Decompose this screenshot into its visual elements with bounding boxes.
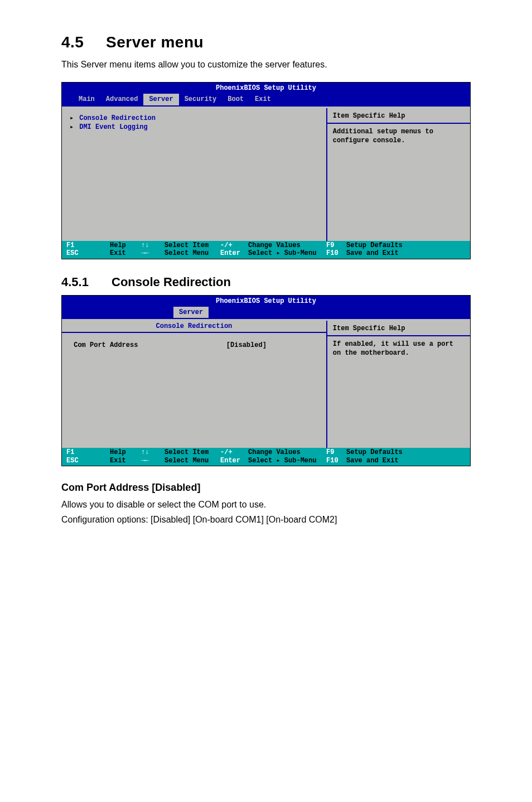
bios-footer: F1 ESC Help Exit ↑↓ →← Select Item Selec… — [62, 241, 470, 259]
label-setup-defaults: Setup Defaults — [346, 241, 403, 249]
menu-item-dmi-event-logging[interactable]: ▸ DMI Event Logging — [70, 123, 321, 132]
tab-exit[interactable]: Exit — [249, 94, 277, 105]
help-text: If enabled, it will use a port on the mo… — [333, 340, 465, 357]
subsection-heading: 4.5.1Console Redirection — [61, 275, 471, 289]
bios-screen-server: PhoenixBIOS Setup Utility Main Advanced … — [61, 82, 471, 259]
bios-screen-console-redirection: PhoenixBIOS Setup Utility Server Console… — [61, 295, 471, 467]
key-enter: Enter — [220, 249, 240, 257]
key-f1: F1 — [66, 241, 74, 249]
bios-title: PhoenixBIOS Setup Utility — [62, 296, 470, 307]
label-save-exit: Save and Exit — [346, 457, 399, 465]
bios-help-panel: Item Specific Help Additional setup menu… — [327, 108, 470, 241]
help-text: Additional setup menus to configure cons… — [333, 127, 465, 145]
key-minusplus: -/+ — [220, 448, 233, 456]
section-number: 4.5 — [61, 33, 106, 51]
label-help: Help — [110, 448, 126, 456]
label-save-exit: Save and Exit — [346, 249, 399, 257]
section-heading: 4.5Server menu — [61, 33, 471, 51]
key-f9: F9 — [326, 448, 334, 456]
section-title-text: Server menu — [106, 33, 204, 51]
label-select-item: Select Item — [165, 448, 209, 456]
bios-title: PhoenixBIOS Setup Utility — [62, 83, 470, 94]
help-title: Item Specific Help — [333, 112, 465, 120]
key-minusplus: -/+ — [220, 241, 233, 249]
param-desc-2: Configuration options: [Disabled] [On-bo… — [61, 513, 471, 526]
label-setup-defaults: Setup Defaults — [346, 448, 403, 456]
label-select-sub: Select ▸ Sub-Menu — [248, 457, 316, 465]
label-exit: Exit — [110, 249, 126, 257]
key-updown: ↑↓ — [141, 448, 149, 456]
bios-tabs: Main Advanced Server Security Boot Exit — [62, 94, 470, 106]
label-select-menu: Select Menu — [165, 249, 209, 257]
submenu-pointer-icon: ▸ — [70, 114, 75, 123]
key-enter: Enter — [220, 457, 240, 465]
bios-tabs: Server — [62, 307, 470, 319]
key-f10: F10 — [326, 457, 338, 465]
help-title: Item Specific Help — [333, 324, 465, 333]
screen-header: Console Redirection — [62, 321, 326, 333]
key-updown: ↑↓ — [141, 241, 149, 249]
subsection-title-text: Console Redirection — [112, 275, 231, 289]
menu-item-console-redirection[interactable]: ▸ Console Redirection — [70, 114, 321, 123]
tab-main[interactable]: Main — [73, 94, 100, 105]
label-exit: Exit — [110, 457, 126, 465]
label-select-sub: Select ▸ Sub-Menu — [248, 249, 316, 257]
key-esc: ESC — [66, 249, 79, 257]
key-f10: F10 — [326, 249, 338, 257]
label-select-menu: Select Menu — [165, 457, 209, 465]
tab-security[interactable]: Security — [179, 94, 223, 105]
label-change-values: Change Values — [248, 448, 301, 456]
key-esc: ESC — [66, 457, 79, 465]
key-leftright: →← — [141, 457, 149, 465]
submenu-pointer-icon: ▸ — [70, 123, 75, 132]
bios-main-panel: Console Redirection Com Port Address [Di… — [62, 321, 327, 448]
param-heading: Com Port Address [Disabled] — [61, 482, 471, 494]
bios-help-panel: Item Specific Help If enabled, it will u… — [327, 321, 470, 448]
label-change-values: Change Values — [248, 241, 301, 249]
bios-footer: F1 ESC Help Exit ↑↓ →← Select Item Selec… — [62, 448, 470, 466]
key-f1: F1 — [66, 448, 74, 456]
subsection-number: 4.5.1 — [61, 275, 112, 289]
tab-advanced[interactable]: Advanced — [100, 94, 144, 105]
tab-boot[interactable]: Boot — [222, 94, 249, 105]
bios-main-panel: ▸ Console Redirection ▸ DMI Event Loggin… — [62, 108, 327, 241]
label-select-item: Select Item — [165, 241, 209, 249]
key-f9: F9 — [326, 241, 334, 249]
param-desc-1: Allows you to disable or select the COM … — [61, 498, 471, 511]
key-leftright: →← — [141, 249, 149, 257]
label-help: Help — [110, 241, 126, 249]
tab-server[interactable]: Server — [143, 94, 178, 105]
field-com-port-address[interactable]: Com Port Address [Disabled] — [70, 341, 321, 350]
tab-server[interactable]: Server — [173, 307, 209, 318]
section-intro: This Server menu items allow you to cust… — [61, 58, 471, 71]
